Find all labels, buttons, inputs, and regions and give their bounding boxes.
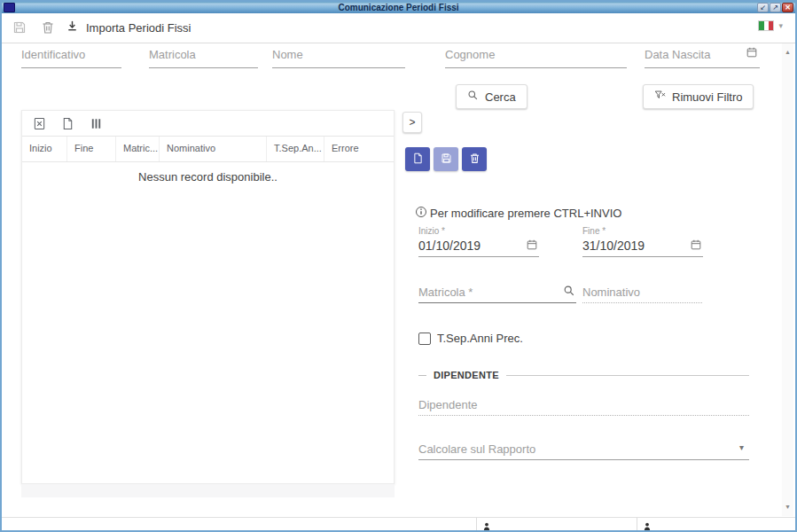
dipendente-input: [418, 395, 749, 415]
tsep-checkbox-label: T.Sep.Anni Prec.: [437, 332, 523, 345]
language-selector[interactable]: ▾: [758, 20, 783, 31]
grid-footer-strip: [21, 484, 395, 497]
delete-record-icon: [469, 153, 481, 167]
new-record-button[interactable]: [405, 147, 430, 171]
minimize-icon[interactable]: ↙: [757, 3, 769, 12]
edit-hint-text: Per modificare premere CTRL+INVIO: [430, 207, 621, 220]
calendar-icon[interactable]: [746, 46, 758, 59]
matricola-field: [418, 282, 576, 303]
status-separator: [476, 518, 477, 532]
cerca-button[interactable]: Cerca: [456, 84, 527, 109]
calcolare-sul-rapporto-field[interactable]: ▾: [418, 439, 749, 460]
fine-calendar-icon[interactable]: [690, 239, 702, 251]
filter-matricola-field: [149, 44, 258, 68]
italian-flag-icon: [758, 20, 774, 31]
edit-hint: Per modificare premere CTRL+INVIO: [415, 206, 621, 221]
dipendente-field: [418, 395, 749, 416]
import-periodi-fissi-button[interactable]: Importa Periodi Fissi: [66, 17, 191, 38]
cerca-label: Cerca: [485, 90, 516, 104]
user-icon: [642, 520, 652, 530]
column-header-inizio[interactable]: Inizio: [22, 137, 67, 161]
trash-icon[interactable]: [41, 20, 55, 35]
download-icon: [66, 20, 79, 35]
inizio-input[interactable]: [418, 236, 539, 256]
rimuovi-filtro-label: Rimuovi Filtro: [672, 90, 742, 104]
inizio-calendar-icon[interactable]: [526, 239, 538, 251]
filter-data-nascita-field: [645, 44, 760, 68]
info-icon: [415, 206, 427, 221]
identificativo-input[interactable]: [21, 44, 121, 68]
filter-remove-icon: [654, 90, 666, 104]
nome-input[interactable]: [272, 44, 405, 68]
inizio-label: Inizio *: [418, 226, 539, 236]
status-bar: [2, 517, 795, 532]
filter-identificativo-field: [21, 44, 121, 68]
user-icon: [481, 520, 492, 530]
filter-nome-field: [272, 44, 405, 68]
save-icon[interactable]: [12, 20, 27, 35]
data-nascita-input[interactable]: [645, 44, 760, 68]
window-title: Comunicazione Periodi Fissi: [2, 2, 795, 13]
search-icon: [467, 90, 479, 104]
maximize-icon[interactable]: ↗: [770, 3, 781, 12]
column-header-errore[interactable]: Errore: [324, 137, 394, 161]
nominativo-input: [582, 282, 702, 302]
save-record-button[interactable]: [434, 147, 458, 171]
dipendente-section-header: DIPENDENTE: [418, 370, 749, 380]
matricola-filter-input[interactable]: [149, 44, 258, 68]
close-icon[interactable]: ✕: [782, 3, 793, 12]
export-pdf-icon[interactable]: [61, 117, 74, 130]
calcolare-sul-rapporto-select[interactable]: [418, 439, 749, 459]
new-document-icon: [412, 153, 424, 167]
inizio-field: Inizio *: [418, 226, 539, 257]
tsep-checkbox[interactable]: [418, 332, 431, 345]
nominativo-field: [582, 282, 702, 303]
main-toolbar: Importa Periodi Fissi ▾: [2, 13, 795, 43]
chevron-down-icon: ▾: [778, 21, 783, 30]
tsep-checkbox-row[interactable]: T.Sep.Anni Prec.: [418, 332, 523, 345]
fine-label: Fine *: [582, 226, 703, 236]
column-header-fine[interactable]: Fine: [67, 137, 116, 161]
matricola-input[interactable]: [418, 282, 576, 302]
app-window: Comunicazione Periodi Fissi ↙ ↗ ✕ Import…: [0, 0, 797, 532]
grid-toolbar: [22, 111, 394, 136]
fine-input[interactable]: [582, 236, 703, 256]
results-grid: Inizio Fine Matric... Nominativo T.Sep.A…: [21, 110, 395, 484]
columns-icon[interactable]: [90, 117, 103, 130]
scroll-up-icon[interactable]: ▲: [782, 47, 793, 58]
section-divider-right: [506, 375, 749, 376]
window-controls: ↙ ↗ ✕: [757, 3, 793, 12]
delete-record-button[interactable]: [462, 147, 487, 171]
fine-field: Fine *: [582, 226, 703, 257]
matricola-search-icon[interactable]: [563, 285, 575, 297]
dropdown-caret-icon[interactable]: ▾: [739, 442, 744, 452]
section-divider-left: [418, 375, 426, 376]
vertical-scrollbar[interactable]: ▲ ▼: [782, 43, 793, 516]
status-separator: [637, 518, 637, 532]
save-record-icon: [441, 153, 452, 167]
empty-records-message: Nessun record disponibile..: [22, 170, 394, 184]
column-header-tsep[interactable]: T.Sep.An...: [267, 137, 324, 161]
title-bar: Comunicazione Periodi Fissi ↙ ↗ ✕: [2, 2, 795, 13]
dipendente-section-title: DIPENDENTE: [434, 370, 499, 380]
export-excel-icon[interactable]: [33, 117, 46, 130]
column-header-nominativo[interactable]: Nominativo: [160, 137, 267, 161]
import-label: Importa Periodi Fissi: [86, 21, 191, 35]
filter-cognome-field: [445, 44, 627, 68]
column-header-matricola[interactable]: Matric...: [116, 137, 160, 161]
scroll-down-icon[interactable]: ▼: [782, 502, 793, 512]
expand-panel-button[interactable]: >: [402, 112, 422, 133]
cognome-input[interactable]: [445, 44, 627, 68]
grid-header-row: Inizio Fine Matric... Nominativo T.Sep.A…: [22, 136, 394, 162]
app-icon: [4, 3, 15, 12]
rimuovi-filtro-button[interactable]: Rimuovi Filtro: [643, 84, 754, 109]
